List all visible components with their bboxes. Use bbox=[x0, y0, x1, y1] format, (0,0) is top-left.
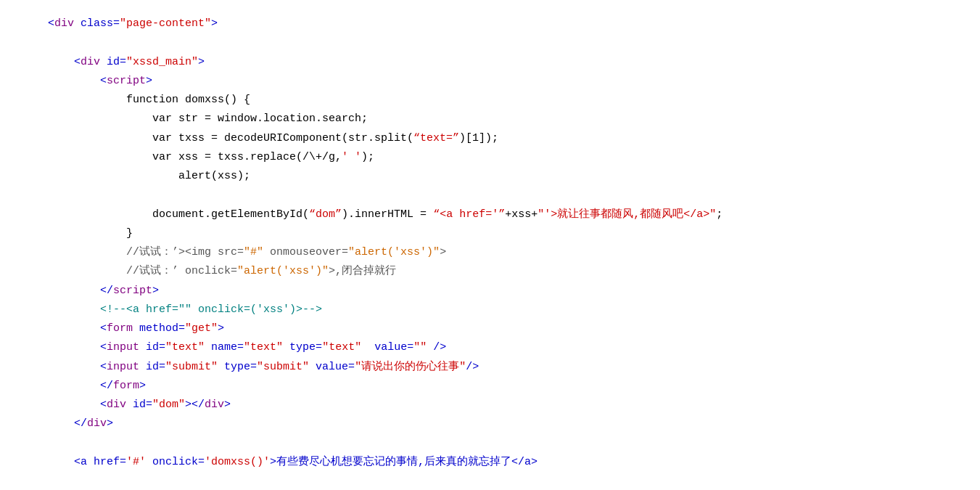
code-line bbox=[22, 434, 958, 453]
code-line: <input id="submit" type="submit" value="… bbox=[22, 358, 958, 377]
code-line: alert(xss); bbox=[22, 167, 958, 186]
code-line bbox=[22, 33, 958, 52]
code-display: <div class="page-content"> <div id="xssd… bbox=[22, 15, 958, 472]
code-line: <a href='#' onclick='domxss()'>有些费尽心机想要忘… bbox=[22, 453, 958, 472]
code-line: //试试：’ onclick="alert('xss')">,闭合掉就行 bbox=[22, 262, 958, 281]
code-line: function domxss() { bbox=[22, 91, 958, 110]
code-line: //试试：’><img src="#" onmouseover="alert('… bbox=[22, 243, 958, 262]
code-line: </div> bbox=[22, 415, 958, 433]
code-line: } bbox=[22, 224, 958, 243]
code-line: var txss = decodeURIComponent(str.split(… bbox=[22, 129, 958, 148]
code-line: <div id="xssd_main"> bbox=[22, 53, 958, 72]
code-line: <form method="get"> bbox=[22, 319, 958, 338]
code-line: </script> bbox=[22, 282, 958, 301]
code-line: <div class="page-content"> bbox=[22, 15, 958, 33]
code-line: document.getElementById(“dom”).innerHTML… bbox=[22, 205, 958, 224]
code-line: <script> bbox=[22, 72, 958, 91]
code-line: var xss = txss.replace(/\+/g,' '); bbox=[22, 148, 958, 167]
code-line bbox=[22, 186, 958, 205]
code-line: <div id="dom"></div> bbox=[22, 396, 958, 415]
code-line: </form> bbox=[22, 377, 958, 396]
code-line: <input id="text" name="text" type="text"… bbox=[22, 338, 958, 357]
code-line: var str = window.location.search; bbox=[22, 110, 958, 128]
code-line: <!--<a href="" onclick=('xss')>--> bbox=[22, 301, 958, 319]
